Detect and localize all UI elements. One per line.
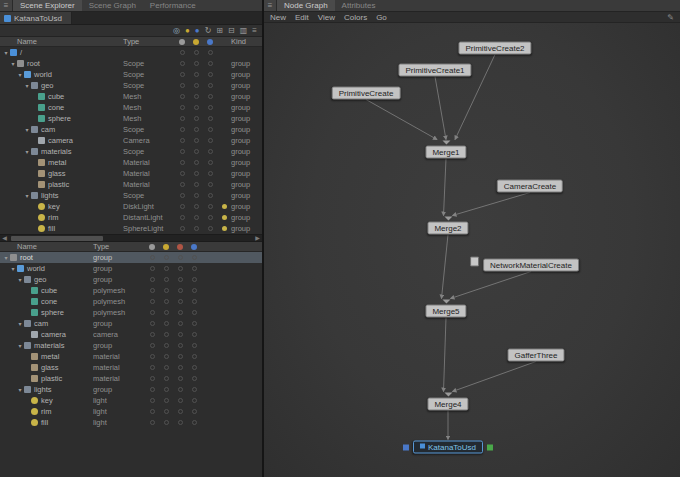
visibility-toggle[interactable] <box>175 215 189 220</box>
stage-tab[interactable]: KatanaToUsd <box>0 12 72 24</box>
highlight-toggle[interactable] <box>189 149 203 154</box>
solo-toggle[interactable] <box>203 83 217 88</box>
highlight-toggle[interactable] <box>189 182 203 187</box>
tab-node-graph[interactable]: Node Graph <box>277 0 335 11</box>
expander-icon[interactable]: ▾ <box>16 71 24 78</box>
visibility-toggle[interactable] <box>175 226 189 231</box>
expander-icon[interactable]: ▾ <box>2 254 10 261</box>
visibility-toggle[interactable] <box>145 310 159 315</box>
edit-pointer-icon[interactable]: ✎ <box>667 13 674 22</box>
highlight-toggle[interactable] <box>189 61 203 66</box>
menu-new[interactable]: New <box>270 13 286 22</box>
highlight-toggle[interactable] <box>189 226 203 231</box>
tree-row-key[interactable]: keyDiskLightgroup <box>0 201 262 212</box>
visibility-toggle[interactable] <box>175 50 189 55</box>
visibility-toggle[interactable] <box>175 116 189 121</box>
viewer-toggle[interactable] <box>187 321 201 326</box>
visibility-toggle[interactable] <box>145 420 159 425</box>
render-toggle[interactable] <box>173 420 187 425</box>
graph-node-primitivecreate2[interactable]: PrimitiveCreate2 <box>458 42 531 55</box>
expander-icon[interactable]: ▾ <box>23 82 31 89</box>
solo-toggle[interactable] <box>203 226 217 231</box>
visibility-toggle[interactable] <box>145 365 159 370</box>
viewer-toggle[interactable] <box>187 343 201 348</box>
tree-row-root[interactable]: ▾rootScopegroup <box>0 58 262 69</box>
light-mute-toggle[interactable] <box>217 226 231 231</box>
solo-toggle[interactable] <box>203 138 217 143</box>
tree-row-root[interactable]: ▾rootgroup <box>0 252 262 263</box>
highlight-toggle[interactable] <box>159 332 173 337</box>
highlight-toggle[interactable] <box>159 365 173 370</box>
viewer-toggle[interactable] <box>187 365 201 370</box>
visibility-toggle[interactable] <box>145 343 159 348</box>
tree-row-world[interactable]: ▾worldgroup <box>0 263 262 274</box>
visibility-toggle[interactable] <box>145 398 159 403</box>
solo-toggle[interactable] <box>203 193 217 198</box>
highlight-toggle[interactable] <box>159 376 173 381</box>
highlight-toggle[interactable] <box>159 277 173 282</box>
highlight-toggle[interactable] <box>159 387 173 392</box>
visibility-toggle[interactable] <box>175 72 189 77</box>
scroll-right-icon[interactable]: ▶ <box>253 234 262 242</box>
visibility-toggle[interactable] <box>145 266 159 271</box>
expander-icon[interactable]: ▾ <box>23 192 31 199</box>
visibility-toggle[interactable] <box>145 387 159 392</box>
tree-row-world[interactable]: ▾worldScopegroup <box>0 69 262 80</box>
tree-row-geo[interactable]: ▾geogroup <box>0 274 262 285</box>
highlight-toggle[interactable] <box>189 116 203 121</box>
highlight-toggle[interactable] <box>159 266 173 271</box>
highlight-toggle[interactable] <box>189 72 203 77</box>
tree-row-cam[interactable]: ▾camScopegroup <box>0 124 262 135</box>
render-toggle[interactable] <box>173 321 187 326</box>
render-toggle[interactable] <box>173 310 187 315</box>
visibility-toggle[interactable] <box>145 376 159 381</box>
light-mute-toggle[interactable] <box>217 204 231 209</box>
view-flag-icon[interactable] <box>403 444 409 450</box>
menu-view[interactable]: View <box>318 13 335 22</box>
tree-row-camera[interactable]: cameracamera <box>0 329 262 340</box>
highlight-toggle[interactable] <box>189 50 203 55</box>
tree-row-sphere[interactable]: spherepolymesh <box>0 307 262 318</box>
column-header-highlight-icon[interactable] <box>189 39 203 45</box>
column-header-render-icon[interactable] <box>173 244 187 250</box>
graph-node-primitivecreate1[interactable]: PrimitiveCreate1 <box>398 64 471 77</box>
viewer-toggle[interactable] <box>187 255 201 260</box>
visibility-toggle[interactable] <box>145 288 159 293</box>
highlight-toggle[interactable] <box>189 94 203 99</box>
panel-menu-icon[interactable]: ≡ <box>0 0 13 11</box>
render-toggle[interactable] <box>173 277 187 282</box>
columns-icon[interactable]: ▥ <box>240 26 248 36</box>
column-header-solo-icon[interactable] <box>203 39 217 45</box>
tree-row-metal[interactable]: metalmaterial <box>0 351 262 362</box>
visibility-toggle[interactable] <box>175 83 189 88</box>
render-toggle[interactable] <box>173 376 187 381</box>
highlight-toggle[interactable] <box>189 193 203 198</box>
graph-node-merge1[interactable]: Merge1 <box>425 146 466 159</box>
scrollbar-thumb[interactable] <box>11 236 103 241</box>
viewer-toggle[interactable] <box>187 299 201 304</box>
highlight-toggle[interactable] <box>189 127 203 132</box>
highlight-blue-icon[interactable]: ● <box>195 26 200 36</box>
tree-row-plastic[interactable]: plasticmaterial <box>0 373 262 384</box>
visibility-toggle[interactable] <box>175 127 189 132</box>
column-header-viewer-icon[interactable] <box>187 244 201 250</box>
solo-toggle[interactable] <box>203 127 217 132</box>
visibility-toggle[interactable] <box>175 160 189 165</box>
highlight-toggle[interactable] <box>159 398 173 403</box>
merge-inputs-fan-icon[interactable] <box>442 300 450 304</box>
tree-row-sphere[interactable]: sphereMeshgroup <box>0 113 262 124</box>
expander-icon[interactable]: ▾ <box>9 265 17 272</box>
tab-attributes[interactable]: Attributes <box>335 0 383 11</box>
render-toggle[interactable] <box>173 299 187 304</box>
render-toggle[interactable] <box>173 288 187 293</box>
graph-node-networkmaterialcreate[interactable]: NetworkMaterialCreate <box>483 259 579 272</box>
panel-menu-icon[interactable]: ≡ <box>264 0 277 11</box>
visibility-toggle[interactable] <box>145 255 159 260</box>
menu-go[interactable]: Go <box>376 13 387 22</box>
column-header-name[interactable]: Name <box>0 242 93 251</box>
render-toggle[interactable] <box>173 398 187 403</box>
tree-row-cube[interactable]: cubeMeshgroup <box>0 91 262 102</box>
column-header-type[interactable]: Type <box>93 242 145 251</box>
highlight-toggle[interactable] <box>159 288 173 293</box>
graph-node-katanatousd[interactable]: KatanaToUsd <box>413 441 483 454</box>
